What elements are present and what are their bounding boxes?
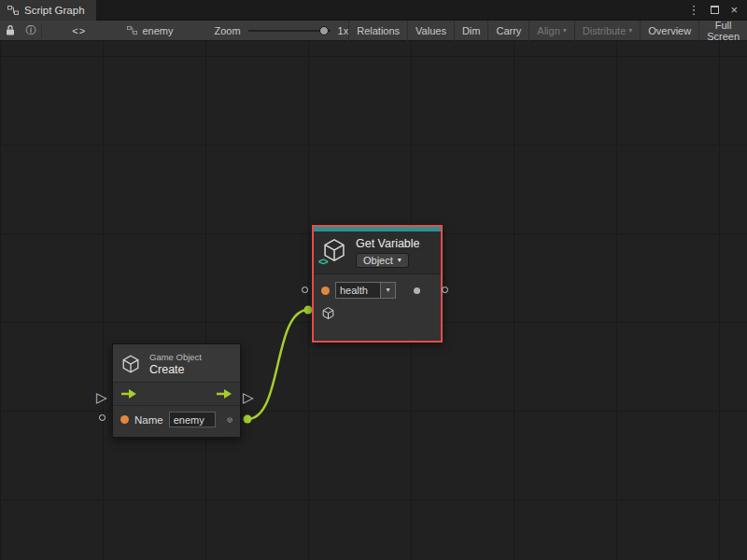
flow-out-arrow-icon[interactable] [216,388,233,399]
variable-name-dropdown-button[interactable]: ▾ [380,282,396,299]
toolbar-buttons: Relations Values Dim Carry Align ▾ Distr… [348,21,747,41]
object-port-row [314,301,441,324]
kebab-menu-icon[interactable]: ⋮ [687,4,699,16]
zoom-control: Zoom 1x [214,25,348,36]
chevron-down-icon: ▾ [398,257,402,264]
titlebar-controls: ⋮ × [687,0,747,20]
getvariable-name-input-port[interactable] [302,287,308,293]
node-title: Create [149,363,202,376]
object-input-port-icon[interactable] [321,306,335,320]
chevron-down-icon: ▾ [386,287,389,294]
info-button[interactable]: ⓘ [21,21,41,41]
create-flow-in-port[interactable]: ▷ [96,390,107,404]
variable-name-row: ▾ [314,279,441,301]
tab-script-graph[interactable]: Script Graph [0,0,96,21]
close-icon[interactable]: × [730,4,738,16]
graph-breadcrumb[interactable]: enemy [123,21,176,41]
create-node-param-row: Name [113,405,240,437]
name-param-input[interactable] [169,412,216,427]
name-string-port-dot[interactable] [120,415,129,424]
flow-in-arrow-icon[interactable] [120,388,137,399]
fullscreen-button[interactable]: Full Screen [698,21,747,41]
get-variable-titles: Get Variable Object ▾ [356,237,420,268]
titlebar: Script Graph ⋮ × [0,0,747,21]
zoom-slider[interactable] [248,25,331,36]
create-flow-out-port[interactable]: ▷ [243,390,254,404]
get-variable-body: ▾ [314,273,441,341]
get-variable-node[interactable]: <> Get Variable Object ▾ ▾ [312,225,443,343]
variable-cube-icon: <> [321,237,347,263]
carry-button[interactable]: Carry [487,21,529,41]
relations-button[interactable]: Relations [348,21,407,41]
get-variable-header: <> Get Variable Object ▾ [314,231,441,273]
create-node-titles: Game Object Create [149,352,202,376]
variable-scope-dropdown[interactable]: Object ▾ [356,253,409,268]
node-title: Get Variable [356,237,420,250]
create-node[interactable]: Game Object Create Name [112,343,241,438]
toolbar: ⓘ <> enemy Zoom 1x Relations [0,21,747,41]
create-gameobject-output-port[interactable] [244,415,252,424]
variable-name-port-dot[interactable] [321,287,330,295]
code-view-button[interactable]: <> [66,21,92,41]
chevron-down-icon: ▾ [628,27,632,35]
graph-name-label: enemy [142,25,173,36]
code-badge-icon: <> [318,257,328,267]
info-icon: ⓘ [26,23,36,37]
distribute-button: Distribute ▾ [574,21,640,41]
getvariable-value-output-port[interactable] [442,287,448,293]
zoom-value: 1x [338,25,349,36]
overview-button[interactable]: Overview [640,21,698,41]
script-graph-window: Script Graph ⋮ × ⓘ <> ene [0,0,747,560]
toolbar-separator [41,24,42,37]
zoom-slider-knob[interactable] [319,26,329,35]
script-graph-icon [7,5,19,16]
zoom-label: Zoom [214,25,240,36]
connection-wire[interactable] [247,310,308,419]
gameobject-cube-icon [120,354,141,374]
gameobject-output-port-icon[interactable] [227,413,233,427]
create-node-header: Game Object Create [113,344,240,382]
lock-icon [5,24,16,36]
create-node-flow-row [113,382,240,405]
variable-name-input[interactable] [335,282,380,299]
create-name-input-port[interactable] [99,414,106,421]
align-button: Align ▾ [529,21,573,41]
code-icon: <> [72,25,86,36]
values-button[interactable]: Values [407,21,454,41]
chevron-down-icon: ▾ [563,27,567,35]
graph-canvas[interactable]: Game Object Create Name [0,41,747,560]
lock-button[interactable] [0,21,21,41]
graph-file-icon [127,25,137,35]
node-type-label: Game Object [149,352,202,362]
zoom-slider-track[interactable] [248,30,331,32]
maximize-icon[interactable] [711,6,719,14]
name-param-label: Name [134,414,163,426]
tab-label: Script Graph [24,5,85,16]
dim-button[interactable]: Dim [454,21,488,41]
value-output-port-dot[interactable] [414,287,420,294]
